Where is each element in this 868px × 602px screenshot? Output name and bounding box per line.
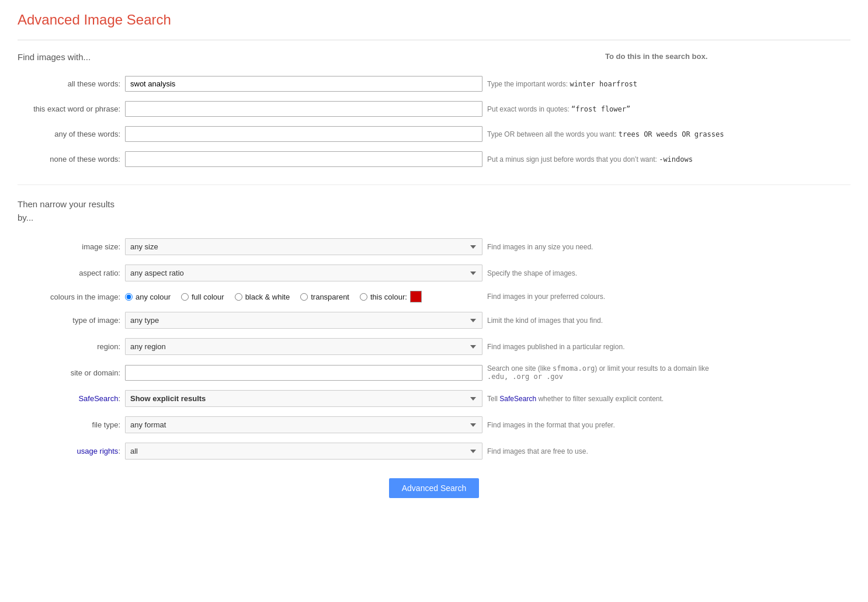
colour-transparent-label: transparent: [311, 293, 349, 301]
file-type-label: file type:: [18, 412, 123, 438]
usage-rights-hint: Find images that are free to use.: [485, 438, 850, 464]
colour-this-option[interactable]: this colour:: [360, 291, 422, 302]
colour-any-label: any colour: [136, 293, 171, 301]
any-words-label: any of these words:: [18, 121, 123, 147]
region-label: region:: [18, 333, 123, 360]
region-hint: Find images published in a particular re…: [485, 333, 850, 360]
type-hint: Limit the kind of images that you find.: [485, 307, 850, 333]
all-words-label: all these words:: [18, 71, 123, 96]
colour-hint: Find images in your preferred colours.: [485, 286, 850, 307]
colour-full-label: full colour: [192, 293, 224, 301]
type-label: type of image:: [18, 307, 123, 333]
file-type-hint: Find images in the format that you prefe…: [485, 412, 850, 438]
colour-full-option[interactable]: full colour: [181, 293, 224, 301]
aspect-ratio-label: aspect ratio:: [18, 260, 123, 286]
region-select[interactable]: any region: [125, 338, 482, 355]
image-size-select[interactable]: any size large medium icon: [125, 238, 482, 255]
colour-bw-radio[interactable]: [235, 293, 242, 301]
search-btn-row: Advanced Search: [18, 478, 850, 510]
colour-options: any colour full colour black & white tra…: [125, 291, 482, 302]
image-size-hint: Find images in any size you need.: [485, 234, 850, 260]
safesearch-hint-link[interactable]: SafeSearch: [499, 395, 536, 403]
exact-phrase-label: this exact word or phrase:: [18, 96, 123, 121]
page-title: Advanced Image Search: [18, 12, 850, 28]
aspect-ratio-select[interactable]: any aspect ratio tall square wide panora…: [125, 265, 482, 281]
none-words-label: none of these words:: [18, 147, 123, 172]
colour-any-radio[interactable]: [125, 293, 133, 301]
exact-phrase-input[interactable]: [125, 101, 482, 117]
all-words-hint: Type the important words: winter hoarfro…: [485, 71, 850, 96]
colour-swatch[interactable]: [410, 291, 422, 302]
colour-any-option[interactable]: any colour: [125, 293, 171, 301]
colour-full-radio[interactable]: [181, 293, 189, 301]
all-words-input[interactable]: [125, 76, 482, 92]
find-images-heading: Find images with...: [18, 52, 91, 62]
colour-bw-option[interactable]: black & white: [235, 293, 290, 301]
file-type-select[interactable]: any format jpg gif png bmp svg webp ico …: [125, 416, 482, 433]
any-words-hint: Type OR between all the words you want: …: [485, 121, 850, 147]
site-domain-label: site or domain:: [18, 360, 123, 385]
aspect-ratio-hint: Specify the shape of images.: [485, 260, 850, 286]
colour-this-radio[interactable]: [360, 293, 367, 301]
image-size-label: image size:: [18, 234, 123, 260]
safesearch-select[interactable]: Show explicit results Blur explicit resu…: [125, 390, 482, 407]
site-domain-input[interactable]: [125, 365, 482, 381]
exact-phrase-hint: Put exact words in quotes: “frost flower…: [485, 96, 850, 121]
colour-this-label: this colour:: [370, 293, 407, 301]
safesearch-hint: Tell SafeSearch whether to filter sexual…: [485, 385, 850, 412]
none-words-input[interactable]: [125, 151, 482, 167]
colour-transparent-radio[interactable]: [300, 293, 308, 301]
site-domain-hint: Search one site (like sfmoma.org) or lim…: [485, 360, 850, 385]
colour-label: colours in the image:: [18, 286, 123, 307]
usage-rights-link[interactable]: usage rights: [77, 447, 119, 455]
usage-rights-label-cell: usage rights:: [18, 438, 123, 464]
usage-rights-select[interactable]: all Creative Commons licences Commercial…: [125, 443, 482, 460]
safesearch-label-cell: SafeSearch:: [18, 385, 123, 412]
narrow-results-heading: Then narrow your results by...: [18, 198, 850, 224]
type-select[interactable]: any type face photo clip art line drawin…: [125, 312, 482, 329]
any-words-input[interactable]: [125, 126, 482, 142]
safesearch-link[interactable]: SafeSearch: [78, 394, 118, 403]
advanced-search-button[interactable]: Advanced Search: [389, 478, 480, 498]
colour-bw-label: black & white: [245, 293, 290, 301]
to-do-heading: To do this in the search box.: [599, 52, 850, 62]
colour-transparent-option[interactable]: transparent: [300, 293, 349, 301]
none-words-hint: Put a minus sign just before words that …: [485, 147, 850, 172]
